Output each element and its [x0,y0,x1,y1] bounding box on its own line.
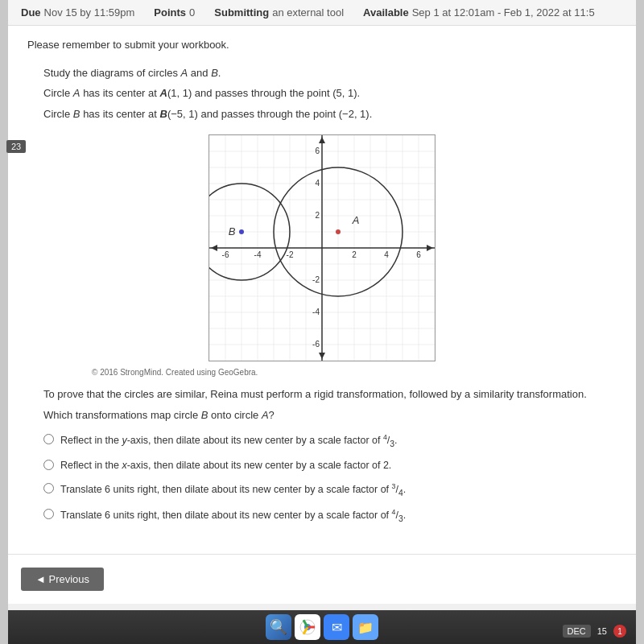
circle-b-desc: Circle B has its center at B(−5, 1) and … [43,106,601,122]
question-block: Study the diagrams of circles A and B. C… [27,67,617,525]
option-radio-3[interactable] [43,483,54,493]
transform-question: Which transformations map circle B onto … [43,409,601,421]
due-item: Due Nov 15 by 11:59pm [21,6,134,19]
submitting-item: Submitting an external tool [214,6,344,19]
content-area: 23 Please remember to submit your workbo… [8,26,636,554]
due-label: Due [21,6,41,19]
taskbar-icon-finder[interactable]: 🔍 [266,614,291,640]
submitting-label: Submitting [214,6,269,19]
option-label-1[interactable]: Reflect in the y-axis, then dilate about… [60,432,398,450]
available-label: Available [363,6,409,19]
study-text: Study the diagrams of circles A and B. [43,67,601,79]
option-label-4[interactable]: Translate 6 units right, then dilate abo… [60,507,406,525]
question-number-badge: 23 [6,140,26,153]
available-item: Available Sep 1 at 12:01am - Feb 1, 2022… [363,6,595,19]
option-item-1: Reflect in the y-axis, then dilate about… [43,432,601,450]
options-list: Reflect in the y-axis, then dilate about… [43,432,601,526]
option-label-2[interactable]: Reflect in the x-axis, then dilate about… [60,458,391,473]
option-radio-2[interactable] [43,460,54,470]
points-value: 0 [189,6,195,19]
points-item: Points 0 [154,6,195,19]
submitting-value: an external tool [272,6,344,19]
transform-intro: To prove that the circles are similar, R… [43,386,601,402]
day-label: 15 [597,626,607,636]
taskbar-right: DEC 15 1 [563,625,626,638]
taskbar-icon-mail[interactable]: ✉ [324,614,349,640]
graph-container [43,134,601,361]
taskbar: 🔍 ✉ 📁 DEC 15 1 [8,610,636,644]
option-radio-1[interactable] [43,434,54,444]
nav-bar: ◄ Previous [8,554,636,604]
option-item-2: Reflect in the x-axis, then dilate about… [43,458,601,473]
taskbar-icon-chrome[interactable] [295,614,320,640]
circle-a-desc: Circle A has its center at A(1, 1) and p… [43,85,601,101]
points-label: Points [154,6,186,19]
available-value: Sep 1 at 12:01am - Feb 1, 2022 at 11:5 [412,6,595,19]
remember-text: Please remember to submit your workbook. [27,39,617,51]
due-value: Nov 15 by 11:59pm [44,6,135,19]
previous-button[interactable]: ◄ Previous [21,568,104,591]
option-item-4: Translate 6 units right, then dilate abo… [43,507,601,525]
taskbar-icon-files[interactable]: 📁 [353,614,378,640]
header-bar: Due Nov 15 by 11:59pm Points 0 Submittin… [8,0,636,26]
graph-credit: © 2016 StrongMind. Created using GeoGebr… [43,368,601,377]
month-label: DEC [563,625,591,638]
option-label-3[interactable]: Translate 6 units right, then dilate abo… [60,481,406,499]
math-graph [208,134,436,361]
option-radio-4[interactable] [43,509,54,519]
notification-badge: 1 [613,625,626,638]
option-item-3: Translate 6 units right, then dilate abo… [43,481,601,499]
taskbar-icons: 🔍 ✉ 📁 [266,614,378,640]
